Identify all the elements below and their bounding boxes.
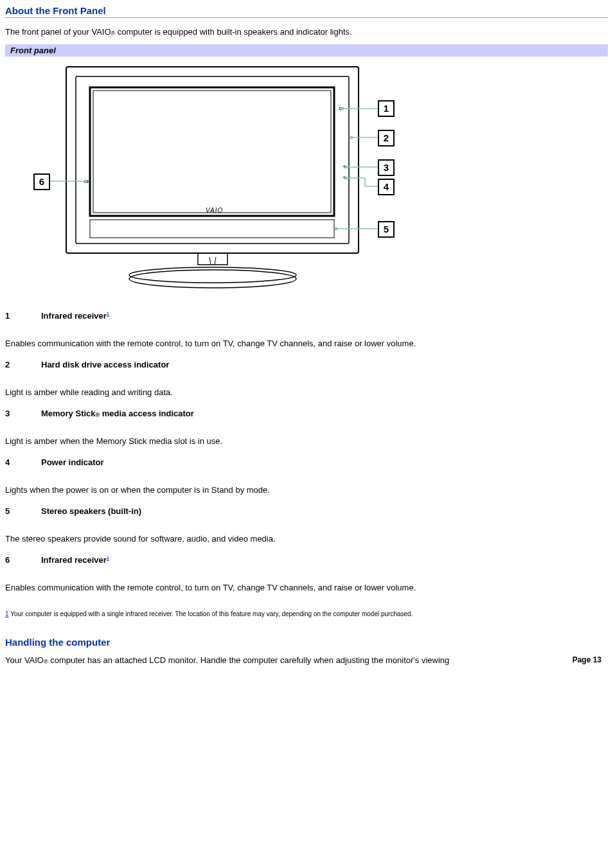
- reg-symbol: ®: [44, 659, 48, 665]
- callout-4: 4: [378, 179, 395, 195]
- intro-post: computer is equipped with built-in speak…: [115, 27, 352, 37]
- item-num: 3: [5, 409, 41, 418]
- callout-2: 2: [378, 130, 395, 146]
- label-pre: Memory Stick: [41, 409, 96, 418]
- page-number: Page 13: [573, 655, 601, 664]
- body-post: computer has an attached LCD monitor. Ha…: [48, 655, 450, 665]
- footnote: 1 Your computer is equipped with a singl…: [5, 610, 608, 617]
- svg-point-12: [341, 107, 344, 111]
- item-desc-6: Enables communication with the remote co…: [5, 583, 608, 592]
- item-row-6: 6 Infrared receiver1: [5, 555, 608, 565]
- label-post: media access indicator: [100, 409, 194, 418]
- item-num: 2: [5, 360, 41, 369]
- vaio-logo: VAIO: [206, 207, 223, 214]
- svg-rect-0: [66, 67, 359, 253]
- reg-symbol: ®: [111, 30, 116, 37]
- svg-rect-3: [93, 91, 331, 213]
- item-num: 6: [5, 555, 41, 565]
- item-row-4: 4 Power indicator: [5, 457, 608, 467]
- svg-rect-2: [90, 87, 334, 216]
- item-desc-3: Light is amber when the Memory Stick med…: [5, 436, 608, 446]
- intro-text: The front panel of your VAIO® computer i…: [5, 27, 608, 37]
- intro-pre: The front panel of your VAIO: [5, 27, 111, 37]
- item-label: Memory Stick® media access indicator: [41, 409, 194, 418]
- svg-point-6: [129, 270, 296, 288]
- panel-header: Front panel: [5, 44, 608, 57]
- footnote-ref-link[interactable]: 1: [107, 312, 109, 316]
- item-label: Infrared receiver1: [41, 555, 109, 565]
- svg-point-20: [84, 180, 87, 183]
- callout-6: 6: [33, 173, 50, 190]
- section-title: About the Front Panel: [5, 5, 608, 18]
- item-label: Power indicator: [41, 457, 104, 467]
- footnote-text: Your computer is equipped with a single …: [9, 610, 413, 617]
- item-row-1: 1 Infrared receiver1: [5, 311, 608, 321]
- item-num: 5: [5, 506, 41, 516]
- svg-point-13: [350, 136, 353, 139]
- item-desc-1: Enables communication with the remote co…: [5, 339, 608, 348]
- item-desc-4: Lights when the power is on or when the …: [5, 485, 608, 495]
- item-desc-2: Light is amber while reading and writing…: [5, 387, 608, 397]
- svg-rect-1: [76, 76, 349, 244]
- svg-rect-4: [90, 220, 334, 238]
- item-label: Hard disk drive access indicator: [41, 360, 169, 369]
- svg-point-18: [335, 227, 338, 231]
- body-pre: Your VAIO: [5, 655, 44, 665]
- reg-symbol: ®: [96, 412, 100, 418]
- monitor-svg: [31, 60, 416, 298]
- item-row-3: 3 Memory Stick® media access indicator: [5, 409, 608, 418]
- section2-body: Your VAIO® computer has an attached LCD …: [5, 655, 608, 665]
- front-panel-diagram: VAIO 1 2 3 4 5 6: [31, 60, 416, 298]
- item-row-5: 5 Stereo speakers (built-in): [5, 506, 608, 516]
- footnote-ref-link[interactable]: 1: [107, 556, 109, 560]
- svg-point-15: [344, 166, 348, 169]
- label-text: Infrared receiver: [41, 555, 107, 565]
- item-label: Infrared receiver1: [41, 311, 109, 321]
- callout-3: 3: [378, 159, 395, 176]
- callout-5: 5: [378, 221, 395, 238]
- label-text: Infrared receiver: [41, 311, 107, 321]
- item-num: 4: [5, 457, 41, 467]
- section-title-2: Handling the computer: [5, 637, 608, 648]
- svg-point-16: [344, 177, 348, 180]
- item-num: 1: [5, 311, 41, 321]
- item-row-2: 2 Hard disk drive access indicator: [5, 360, 608, 369]
- item-desc-5: The stereo speakers provide sound for so…: [5, 534, 608, 544]
- callout-1: 1: [378, 100, 395, 117]
- svg-rect-5: [198, 253, 227, 265]
- item-label: Stereo speakers (built-in): [41, 506, 141, 516]
